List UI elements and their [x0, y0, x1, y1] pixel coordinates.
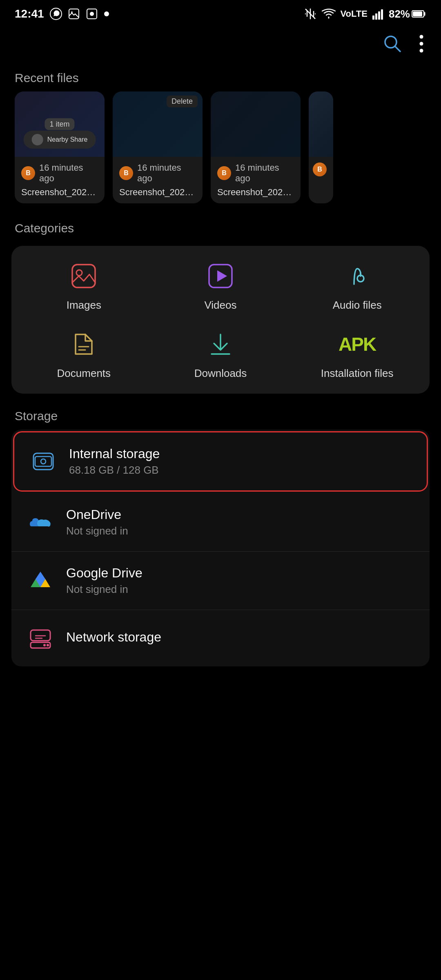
category-downloads[interactable]: Downloads	[156, 328, 285, 380]
recent-files-scroll: Nearby Share 1 item B 16 minutes ago Scr…	[0, 91, 441, 213]
internal-storage-text: Internal storage 68.18 GB / 128 GB	[69, 446, 412, 477]
svg-rect-26	[35, 457, 51, 466]
file-info-3: B 16 minutes ago Screenshot_20230227_122…	[211, 157, 301, 203]
categories-container: Images Videos Audio files	[11, 246, 430, 394]
audio-label: Audio files	[333, 299, 382, 312]
videos-icon	[204, 260, 237, 292]
file-info-1: B 16 minutes ago Screenshot_20230227_122…	[15, 157, 105, 203]
status-right: VoLTE 82%	[304, 7, 426, 20]
network-storage-name: Network storage	[66, 630, 415, 645]
notification-dot-icon	[104, 11, 109, 17]
file-time-2: 16 minutes ago	[137, 163, 196, 184]
images-label: Images	[67, 299, 101, 312]
svg-rect-18	[72, 265, 95, 287]
svg-point-5	[104, 11, 109, 16]
file-meta-2: B 16 minutes ago	[119, 163, 196, 184]
audio-icon	[341, 260, 374, 292]
internal-storage-icon	[29, 447, 58, 476]
svg-rect-25	[33, 453, 53, 470]
category-audio[interactable]: Audio files	[293, 260, 421, 312]
svg-rect-12	[413, 11, 422, 16]
svg-rect-9	[378, 11, 380, 20]
onedrive-storage-text: OneDrive Not signed in	[66, 507, 415, 537]
network-storage-icon	[26, 624, 55, 653]
documents-label: Documents	[57, 367, 111, 380]
svg-rect-10	[381, 9, 383, 20]
partial-thumb	[309, 91, 333, 157]
mute-icon	[304, 7, 317, 20]
category-images[interactable]: Images	[20, 260, 148, 312]
wifi-icon	[322, 8, 336, 20]
internal-storage-name: Internal storage	[69, 446, 412, 461]
onedrive-sub: Not signed in	[66, 525, 415, 537]
volte-icon: VoLTE	[341, 9, 368, 19]
file-time-3: 16 minutes ago	[235, 163, 294, 184]
googledrive-storage-text: Google Drive Not signed in	[66, 566, 415, 596]
svg-point-4	[90, 12, 94, 16]
internal-storage-sub: 68.18 GB / 128 GB	[69, 464, 412, 477]
action-bar	[0, 24, 441, 63]
app-icon-3: B	[217, 166, 231, 180]
nearby-share-popup: Nearby Share	[24, 131, 96, 149]
more-options-icon[interactable]	[418, 34, 425, 53]
storage-header: Storage	[0, 405, 441, 430]
file-meta-1: B 16 minutes ago	[21, 163, 98, 184]
partial-info: B	[309, 157, 333, 182]
recent-files-header: Recent files	[0, 63, 441, 91]
svg-marker-21	[217, 270, 227, 282]
category-videos[interactable]: Videos	[156, 260, 285, 312]
downloads-icon	[204, 328, 237, 361]
file-time-1: 16 minutes ago	[39, 163, 98, 184]
documents-icon	[67, 328, 100, 361]
googledrive-icon	[26, 566, 55, 595]
categories-header: Categories	[0, 213, 441, 242]
recorder-icon	[86, 8, 98, 20]
recent-file-card-3[interactable]: B 16 minutes ago Screenshot_20230227_122…	[211, 91, 301, 203]
apk-icon: APK	[341, 328, 374, 361]
videos-label: Videos	[204, 299, 236, 312]
svg-rect-7	[372, 16, 374, 20]
storage-item-internal[interactable]: Internal storage 68.18 GB / 128 GB	[13, 431, 428, 492]
svg-line-14	[395, 46, 400, 51]
item-count: 1 item	[45, 118, 74, 130]
storage-item-network[interactable]: Network storage	[11, 610, 430, 666]
apk-label: Installation files	[321, 367, 394, 380]
recent-file-card-partial[interactable]: B	[309, 91, 333, 203]
search-icon[interactable]	[381, 33, 403, 55]
svg-point-19	[76, 270, 82, 276]
onedrive-name: OneDrive	[66, 507, 415, 522]
gallery-icon	[68, 8, 80, 20]
storage-list: Internal storage 68.18 GB / 128 GB OneDr…	[11, 430, 430, 666]
time-display: 12:41	[15, 7, 44, 20]
svg-point-16	[420, 42, 423, 46]
ns-avatar	[32, 134, 43, 145]
storage-item-googledrive[interactable]: Google Drive Not signed in	[11, 552, 430, 610]
network-storage-text: Network storage	[66, 630, 415, 647]
whatsapp-icon	[50, 8, 62, 20]
status-left: 12:41	[15, 7, 109, 20]
recent-file-card-1[interactable]: Nearby Share 1 item B 16 minutes ago Scr…	[15, 91, 105, 203]
file-meta-3: B 16 minutes ago	[217, 163, 294, 184]
googledrive-sub: Not signed in	[66, 583, 415, 596]
svg-point-27	[41, 459, 46, 464]
storage-item-onedrive[interactable]: OneDrive Not signed in	[11, 493, 430, 552]
battery-percent: 82%	[389, 8, 410, 20]
recent-file-card-2[interactable]: Delete B 16 minutes ago Screenshot_20230…	[113, 91, 203, 203]
svg-point-17	[420, 49, 423, 53]
ns-text: Nearby Share	[47, 136, 88, 143]
app-icon-1: B	[21, 166, 35, 180]
app-icon-2: B	[119, 166, 133, 180]
file-name-2: Screenshot_20230227_122452...	[119, 187, 196, 198]
svg-rect-8	[375, 13, 377, 20]
category-apk[interactable]: APK Installation files	[293, 328, 421, 380]
svg-point-15	[420, 35, 423, 39]
images-icon	[67, 260, 100, 292]
downloads-label: Downloads	[194, 367, 247, 380]
partial-app-icon: B	[313, 163, 327, 176]
category-documents[interactable]: Documents	[20, 328, 148, 380]
file-name-3: Screenshot_20230227_122445...	[217, 187, 294, 198]
svg-point-31	[47, 644, 49, 646]
delete-label: Delete	[167, 96, 198, 107]
battery-indicator: 82%	[389, 8, 426, 20]
file-info-2: B 16 minutes ago Screenshot_20230227_122…	[113, 157, 203, 203]
